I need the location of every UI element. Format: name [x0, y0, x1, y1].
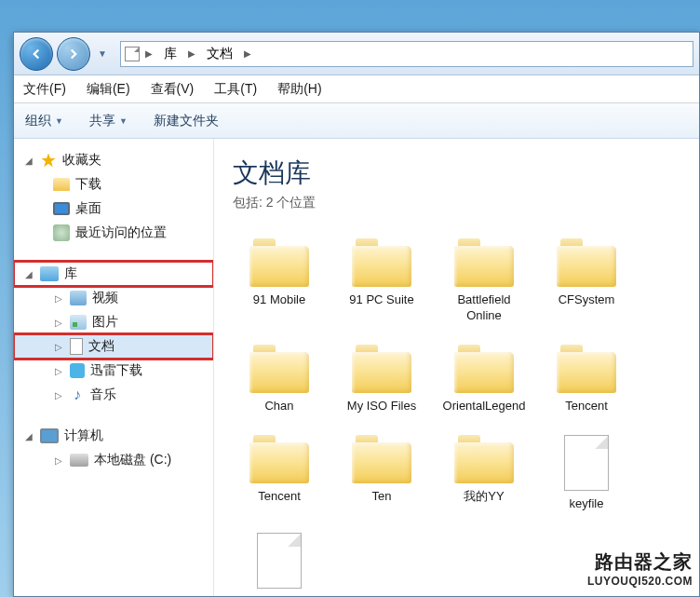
menu-help[interactable]: 帮助(H): [277, 81, 321, 98]
sidebar-label: 库: [64, 265, 77, 282]
menu-file[interactable]: 文件(F): [23, 81, 66, 98]
collapse-icon[interactable]: ◢: [23, 155, 34, 166]
content-pane: 文档库 包括: 2 个位置 91 Mobile91 PC SuiteBattle…: [214, 139, 699, 596]
chevron-right-icon[interactable]: ▶: [240, 47, 255, 61]
item-label: Tencent: [237, 489, 321, 505]
folder-item[interactable]: Tencent: [233, 430, 326, 517]
music-icon: ♪: [70, 387, 85, 403]
sidebar-item-desktop[interactable]: 桌面: [14, 197, 213, 221]
watermark-line1: 路由器之家: [587, 550, 693, 575]
menu-bar: 文件(F) 编辑(E) 查看(V) 工具(T) 帮助(H): [14, 75, 699, 103]
sidebar-computer[interactable]: ◢ 计算机: [14, 424, 213, 448]
item-label: CFSystem: [545, 292, 628, 308]
address-bar[interactable]: ▶ 库 ▶ 文档 ▶: [120, 41, 693, 67]
item-label: Battlefield Online: [442, 292, 526, 324]
sidebar-favorites[interactable]: ◢ 收藏夹: [14, 148, 213, 172]
item-label: Ten: [340, 489, 424, 505]
library-title: 文档库: [233, 156, 680, 191]
document-icon: [125, 47, 140, 61]
sidebar-item-pictures[interactable]: ▷图片: [14, 310, 213, 334]
folder-icon: [53, 178, 70, 191]
collapse-icon[interactable]: ◢: [23, 268, 34, 279]
recent-icon: [53, 224, 70, 241]
library-subtitle: 包括: 2 个位置: [233, 195, 680, 211]
menu-tools[interactable]: 工具(T): [214, 81, 257, 98]
sidebar-label: 收藏夹: [62, 152, 101, 169]
history-dropdown[interactable]: ▼: [94, 37, 111, 71]
sidebar-item-drive-c[interactable]: ▷本地磁盘 (C:): [14, 448, 213, 472]
expand-icon[interactable]: ▷: [53, 389, 64, 400]
sidebar-libraries[interactable]: ◢ 库: [14, 262, 213, 286]
folder-item[interactable]: 91 PC Suite: [335, 234, 428, 329]
folder-icon: [352, 435, 411, 483]
expand-icon[interactable]: ▷: [53, 455, 64, 466]
chevron-right-icon[interactable]: ▶: [141, 47, 156, 61]
menu-edit[interactable]: 编辑(E): [87, 81, 130, 98]
sidebar-item-downloads[interactable]: 下载: [14, 172, 213, 197]
sidebar-item-thunder[interactable]: ▷迅雷下载: [14, 359, 213, 383]
folder-icon: [454, 435, 514, 483]
collapse-icon[interactable]: ◢: [23, 430, 34, 441]
item-label: OrientalLegend: [442, 399, 526, 414]
sidebar-item-music[interactable]: ▷♪音乐: [14, 383, 213, 407]
sidebar-item-recent[interactable]: 最近访问的位置: [14, 221, 213, 245]
folder-item[interactable]: 91 Mobile: [233, 234, 326, 329]
folder-icon: [454, 238, 514, 287]
item-label: Tencent: [545, 399, 628, 414]
computer-icon: [40, 428, 59, 443]
back-button[interactable]: [20, 37, 53, 71]
folder-item[interactable]: Tencent: [540, 340, 633, 419]
sidebar-label: 图片: [92, 314, 118, 331]
folder-icon: [557, 238, 616, 287]
sidebar-label: 文档: [88, 338, 114, 355]
expand-icon[interactable]: ▷: [53, 365, 64, 376]
expand-icon[interactable]: ▷: [53, 341, 64, 352]
folder-icon: [352, 238, 411, 287]
sidebar-label: 桌面: [75, 200, 101, 217]
sidebar-label: 计算机: [64, 427, 103, 444]
item-label: keyfile: [545, 496, 628, 512]
file-item[interactable]: keyfile_u: [233, 528, 326, 596]
expand-icon[interactable]: ▷: [53, 292, 64, 304]
item-label: keyfile_u: [237, 594, 321, 596]
file-icon: [257, 533, 302, 589]
explorer-window: ▼ ▶ 库 ▶ 文档 ▶ 文件(F) 编辑(E) 查看(V) 工具(T) 帮助(…: [13, 32, 700, 597]
sidebar-label: 最近访问的位置: [75, 224, 167, 241]
menu-view[interactable]: 查看(V): [151, 81, 195, 98]
expand-icon[interactable]: ▷: [53, 317, 64, 328]
folder-item[interactable]: OrientalLegend: [438, 340, 531, 419]
item-label: 91 Mobile: [237, 292, 321, 308]
sidebar-label: 视频: [92, 290, 118, 306]
breadcrumb-libraries[interactable]: 库: [158, 44, 182, 64]
item-label: 我的YY: [442, 489, 526, 505]
file-item[interactable]: keyfile: [540, 430, 633, 517]
share-button[interactable]: 共享▼: [89, 113, 128, 129]
forward-button[interactable]: [57, 37, 90, 71]
watermark-line2: LUYOUQI520.COM: [587, 575, 693, 588]
folder-item[interactable]: 我的YY: [438, 430, 531, 517]
sidebar-label: 本地磁盘 (C:): [94, 452, 171, 468]
documents-icon: [70, 338, 83, 355]
folder-item[interactable]: Chan: [233, 340, 326, 419]
sidebar-item-videos[interactable]: ▷视频: [14, 286, 213, 310]
new-folder-button[interactable]: 新建文件夹: [154, 113, 219, 129]
organize-button[interactable]: 组织▼: [25, 113, 63, 129]
chevron-down-icon: ▼: [55, 116, 63, 126]
chevron-down-icon: ▼: [119, 116, 128, 126]
folder-icon: [352, 345, 411, 393]
item-label: 91 PC Suite: [340, 292, 424, 308]
folder-item[interactable]: My ISO Files: [335, 340, 428, 419]
library-header: 文档库 包括: 2 个位置: [233, 156, 680, 211]
folder-item[interactable]: Battlefield Online: [438, 234, 531, 329]
folder-icon: [249, 238, 309, 287]
breadcrumb-documents[interactable]: 文档: [201, 44, 238, 64]
sidebar-item-documents[interactable]: ▷文档: [14, 334, 213, 359]
chevron-right-icon[interactable]: ▶: [184, 47, 199, 61]
folder-item[interactable]: CFSystem: [540, 234, 633, 329]
thunder-icon: [70, 363, 85, 378]
arrow-left-icon: [28, 46, 45, 62]
folder-item[interactable]: Ten: [335, 430, 428, 517]
item-label: Chan: [237, 399, 321, 414]
watermark: 路由器之家 LUYOUQI520.COM: [587, 550, 693, 588]
file-icon: [564, 435, 609, 491]
